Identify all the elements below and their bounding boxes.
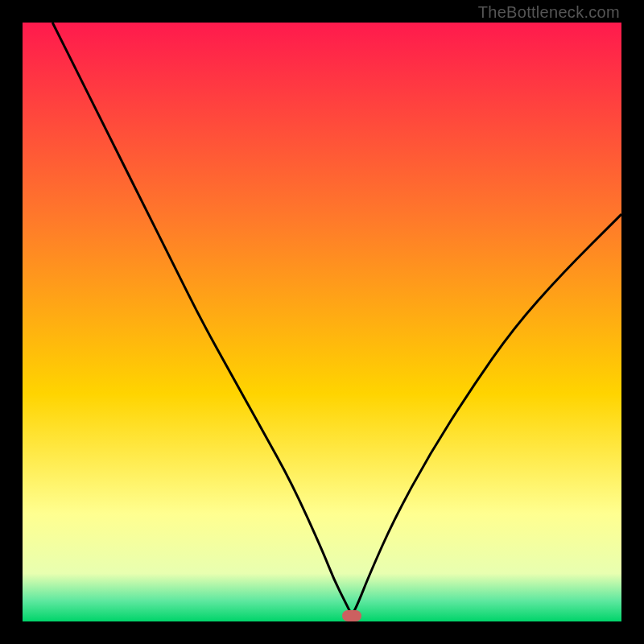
- minimum-marker: [342, 610, 361, 621]
- bottleneck-curve: [23, 23, 621, 621]
- plot-area: [23, 23, 621, 621]
- watermark-text: TheBottleneck.com: [478, 3, 620, 22]
- bottleneck-chart: TheBottleneck.com: [0, 0, 644, 644]
